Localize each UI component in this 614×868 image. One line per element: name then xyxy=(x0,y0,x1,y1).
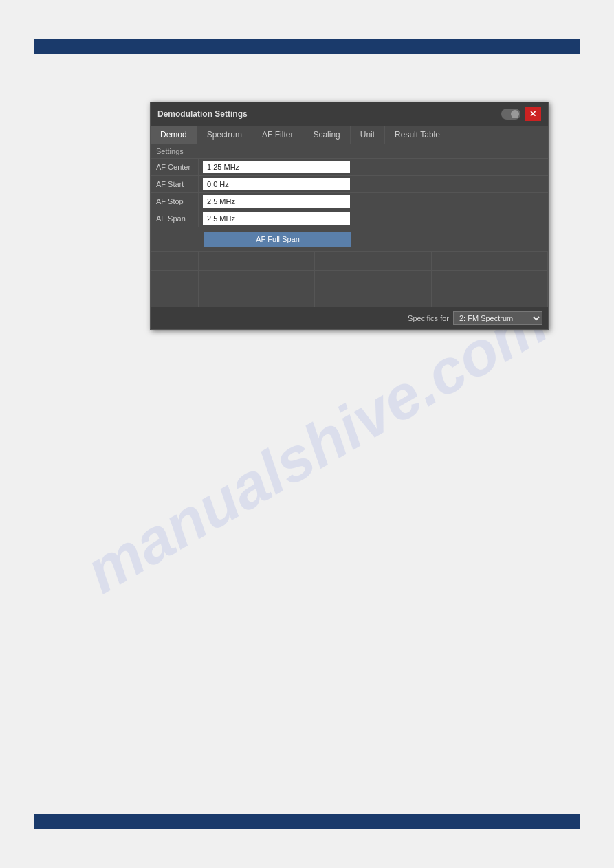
empty-cell xyxy=(199,252,315,270)
specifics-label: Specifics for xyxy=(408,314,449,322)
dialog-title-bar: Demodulation Settings ✕ xyxy=(151,102,548,126)
dialog-body: Settings AF Center AF Start AF Stop AF S… xyxy=(151,144,548,307)
af-stop-input[interactable] xyxy=(203,195,350,208)
af-span-label: AF Span xyxy=(151,210,199,227)
af-start-input[interactable] xyxy=(203,178,350,190)
tabs-bar: Demod Spectrum AF Filter Scaling Unit Re… xyxy=(151,126,548,144)
tab-spectrum[interactable]: Spectrum xyxy=(197,126,252,144)
af-start-label: AF Start xyxy=(151,176,199,193)
section-settings-header: Settings xyxy=(151,144,548,159)
af-full-span-button[interactable]: AF Full Span xyxy=(204,232,351,247)
tab-unit[interactable]: Unit xyxy=(351,126,385,144)
empty-rows xyxy=(151,252,548,307)
empty-row-1 xyxy=(151,252,548,271)
af-span-value xyxy=(199,210,548,227)
empty-cell xyxy=(151,289,199,307)
empty-cell xyxy=(199,289,315,307)
close-button[interactable]: ✕ xyxy=(525,107,541,121)
tab-result-table[interactable]: Result Table xyxy=(385,126,450,144)
empty-cell xyxy=(315,289,431,307)
title-controls: ✕ xyxy=(501,107,541,121)
af-span-input[interactable] xyxy=(203,212,350,225)
dialog-demodulation-settings: Demodulation Settings ✕ Demod Spectrum A… xyxy=(150,102,549,330)
af-stop-label: AF Stop xyxy=(151,193,199,210)
empty-row-3 xyxy=(151,289,548,308)
empty-cell xyxy=(432,252,548,270)
empty-cell xyxy=(151,271,199,289)
empty-cell xyxy=(199,271,315,289)
dialog-title: Demodulation Settings xyxy=(157,109,248,119)
empty-cell xyxy=(315,252,431,270)
empty-cell xyxy=(432,289,548,307)
bottom-bar xyxy=(34,814,580,829)
toggle-button[interactable] xyxy=(501,109,520,120)
af-center-value xyxy=(199,159,548,176)
empty-row-2 xyxy=(151,271,548,289)
af-start-value xyxy=(199,176,548,193)
empty-cell xyxy=(432,271,548,289)
af-stop-value xyxy=(199,193,548,210)
dialog-footer: Specifics for 2: FM Spectrum xyxy=(151,307,548,329)
af-center-label: AF Center xyxy=(151,159,199,176)
top-bar xyxy=(34,39,580,54)
form-grid: AF Center AF Start AF Stop AF Span xyxy=(151,159,548,227)
specifics-select[interactable]: 2: FM Spectrum xyxy=(453,311,542,325)
tab-demod[interactable]: Demod xyxy=(151,126,197,144)
empty-cell xyxy=(315,271,431,289)
af-center-input[interactable] xyxy=(203,161,350,173)
tab-af-filter[interactable]: AF Filter xyxy=(252,126,303,144)
empty-cell xyxy=(151,252,199,270)
tab-scaling[interactable]: Scaling xyxy=(303,126,350,144)
